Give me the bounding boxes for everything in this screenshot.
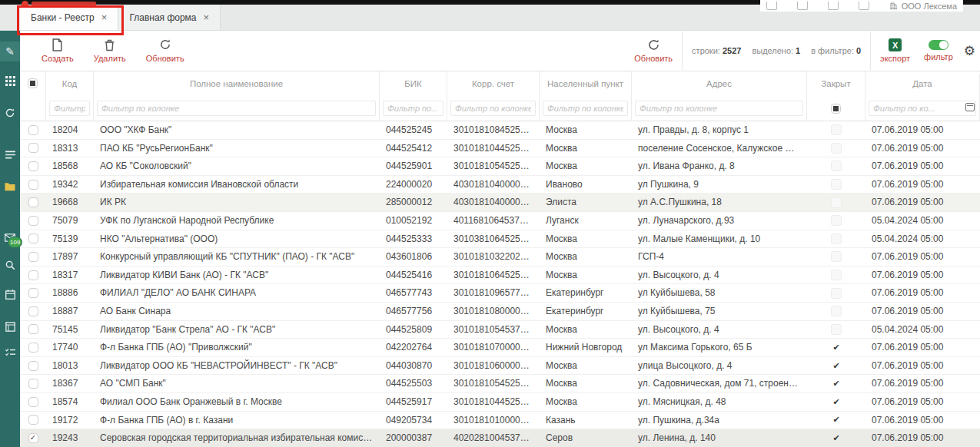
row-checkbox[interactable] [28,161,38,171]
calendar-picker-icon[interactable] [965,103,975,111]
row-checkbox[interactable] [28,252,38,262]
table-row[interactable]: 19172 Ф-л Банка ГПБ (АО) в г. Казани 049… [20,412,980,430]
table-row[interactable]: 19342 Избирательная комиссия Ивановской … [20,176,980,194]
refresh-grid-button[interactable]: Обновить [634,38,673,63]
closed-checkbox[interactable] [831,324,842,335]
table-row[interactable]: 18887 АО Банк Синара 046577756 301018108… [20,303,980,321]
sidebar-item-ledger[interactable] [0,316,20,336]
row-checkbox[interactable] [28,379,38,389]
filter-input-corr[interactable] [450,101,536,116]
sidebar-item-documents[interactable] [0,177,20,197]
table-row[interactable]: 18317 Ликвидатор КИВИ Банк (АО) - ГК "АС… [20,267,980,285]
select-all-checkbox[interactable] [28,78,38,88]
closed-checkbox[interactable] [831,179,842,190]
sidebar-item-mail[interactable]: 109 [0,227,20,247]
row-checkbox[interactable] [28,397,38,407]
closed-checkbox[interactable]: ✔ [832,398,839,406]
filter-closed-checkbox[interactable] [831,104,841,114]
table-row[interactable]: 75145 Ликвидатор "Банк Стрела" АО - ГК "… [20,321,980,339]
table-row[interactable]: 18367 АО "СМП Банк" 044525503 3010181054… [20,375,980,393]
column-header-corr[interactable]: Корр. счет [447,71,540,96]
header-icon-partial-2[interactable] [797,2,808,10]
row-checkbox[interactable] [28,216,38,226]
closed-checkbox[interactable] [831,288,842,299]
closed-checkbox[interactable]: ✔ [832,362,839,370]
closed-checkbox[interactable] [831,161,842,171]
delete-button[interactable]: Удалить [94,38,126,63]
filter-input-address[interactable] [635,101,803,116]
company-selector[interactable]: ООО Лексема [889,2,957,11]
row-checkbox[interactable] [28,415,38,425]
table-row[interactable]: 17897 Конкурсный управляющий КБ "СПУТНИК… [20,248,980,267]
row-checkbox[interactable] [28,343,38,353]
sidebar-item-checklist[interactable] [0,343,20,363]
header-icon-partial-3[interactable] [828,2,839,10]
table-row[interactable]: 75079 УФК по Луганской Народной Республи… [20,212,980,230]
column-header-city[interactable]: Населенный пункт [540,71,632,96]
gear-icon[interactable]: ⚙ [964,45,975,58]
tab-glavnaya-forma[interactable]: Главная форма × [118,5,221,30]
row-checkbox[interactable] [28,361,38,371]
closed-checkbox[interactable] [831,251,842,262]
sidebar-item-edit[interactable]: ✎ [0,41,20,61]
table-row[interactable]: 18886 ФИЛИАЛ "ДЕЛО" АО БАНК СИНАРА 04657… [20,284,980,303]
filter-input-city[interactable] [543,101,628,116]
sidebar-item-tasks[interactable] [0,144,20,164]
table-row[interactable]: 18204 ООО "ХКФ Банк" 044525245 301018108… [20,121,980,140]
row-checkbox[interactable] [28,306,38,316]
closed-checkbox[interactable] [831,233,842,244]
closed-checkbox[interactable]: ✔ [832,379,839,388]
refresh-button[interactable]: Обновить [146,38,184,63]
header-icon-partial-4[interactable] [859,2,869,10]
row-checkbox[interactable] [28,270,38,280]
row-checkbox[interactable] [28,288,38,298]
row-checkbox[interactable] [28,233,38,243]
closed-checkbox[interactable] [831,197,842,208]
closed-checkbox[interactable] [831,143,842,154]
export-button[interactable]: X экспорт [880,38,910,63]
column-header-address[interactable]: Адрес [632,71,807,96]
table-row[interactable]: 18574 Филиал ООО Банк Оранжевый в г. Мос… [20,393,980,412]
filter-input-bik[interactable] [383,101,443,116]
column-header-name[interactable]: Полное наименование [94,71,380,96]
tab-close-icon[interactable]: × [204,12,210,22]
closed-checkbox[interactable] [831,270,842,280]
row-checkbox[interactable] [28,324,38,334]
closed-checkbox[interactable]: ✔ [832,416,839,424]
table-row[interactable]: 18313 ПАО КБ "РусьРегионБанк" 044525412 … [20,140,980,158]
tab-close-icon[interactable]: × [101,12,108,22]
column-header-date[interactable]: Дата [865,71,980,96]
closed-checkbox[interactable]: ✔ [832,434,839,442]
sidebar-item-sync[interactable] [0,103,20,123]
cell-address: ул. Луначарского, д.93 [632,212,807,230]
filter-input-code[interactable] [49,101,90,116]
closed-checkbox[interactable]: ✔ [832,343,839,352]
row-checkbox[interactable] [28,125,38,135]
filter-input-date[interactable] [869,101,976,116]
sidebar-item-search[interactable] [0,255,20,275]
row-checkbox[interactable] [28,180,38,190]
row-checkbox[interactable] [28,143,38,153]
table-row[interactable]: 19668 ИК РК 285000012 4030181040000000..… [20,194,980,212]
header-icon-partial-1[interactable] [766,2,777,10]
column-header-bik[interactable]: БИК [380,71,447,96]
row-checkbox[interactable] [28,433,38,443]
toggle-on-icon[interactable] [929,40,948,50]
table-row[interactable]: 18568 АО КБ "Соколовский" 044525901 3010… [20,157,980,176]
table-row[interactable]: 75139 НКО "Альтернатива" (ООО) 044525333… [20,230,980,249]
closed-checkbox[interactable] [831,306,842,316]
closed-checkbox[interactable] [831,215,842,226]
filter-toggle-button[interactable]: фильтр [924,40,953,61]
table-row[interactable]: 18013 Ликвидатор ООО КБ "НЕВАСТРОЙИНВЕСТ… [20,357,980,376]
create-button[interactable]: Создать [42,38,74,63]
column-header-code[interactable]: Код [46,71,94,96]
tab-banki-reestr[interactable]: Банки - Реестр × [20,5,118,30]
table-row[interactable]: 19243 Серовская городская территориальна… [20,429,980,447]
column-header-closed[interactable]: Закрыт [807,71,865,96]
row-checkbox[interactable] [28,197,38,207]
sidebar-item-registries[interactable] [0,71,20,91]
filter-input-name[interactable] [97,101,376,116]
table-row[interactable]: 17740 Ф-л Банка ГПБ (АО) "Приволжский" 0… [20,339,980,357]
closed-checkbox[interactable] [831,124,842,135]
sidebar-item-calendar[interactable] [0,284,20,304]
